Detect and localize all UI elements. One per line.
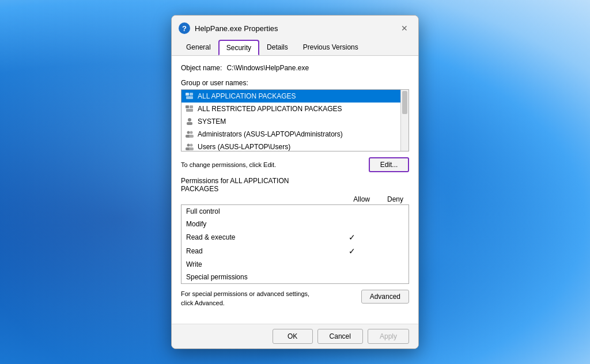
svg-point-8 [187, 131, 190, 134]
perm-name: Full control [186, 207, 335, 215]
dialog-overlay: ? HelpPane.exe Properties ✕ General Secu… [0, 0, 590, 364]
advanced-row: For special permissions or advanced sett… [181, 290, 409, 308]
svg-rect-0 [186, 93, 189, 96]
perm-row-full-control: Full control [181, 205, 409, 218]
perm-row-special: Special permissions [181, 271, 409, 283]
list-item-text: ALL RESTRICTED APPLICATION PACKAGES [198, 105, 342, 113]
list-item-text: Users (ASUS-LAPTOP\Users) [198, 143, 290, 151]
permissions-header: Permissions for ALL APPLICATION PACKAGES [181, 177, 409, 193]
list-item-text: SYSTEM [198, 117, 226, 126]
dialog-footer: OK Cancel Apply [172, 324, 418, 348]
dialog-title: HelpPane.exe Properties [195, 24, 278, 33]
tab-details[interactable]: Details [259, 40, 296, 55]
svg-point-12 [187, 144, 190, 147]
object-name-row: Object name: C:\Windows\HelpPane.exe [181, 64, 409, 72]
tab-security[interactable]: Security [218, 40, 259, 55]
perm-name: Special permissions [186, 273, 335, 281]
svg-rect-1 [186, 96, 193, 99]
deny-column-header: Deny [387, 195, 403, 203]
user-group-icon [185, 142, 194, 151]
edit-row: To change permissions, click Edit. Edit.… [181, 157, 409, 172]
user-group-icon [185, 104, 194, 113]
advanced-button[interactable]: Advanced [361, 290, 409, 304]
perm-name: Read & execute [186, 233, 335, 241]
svg-rect-7 [187, 122, 192, 125]
dialog-icon: ? [179, 22, 190, 34]
list-item[interactable]: Administrators (ASUS-LAPTOP\Administrato… [181, 128, 400, 141]
svg-point-9 [190, 131, 193, 134]
svg-point-6 [188, 118, 191, 122]
group-label: Group or user names: [181, 79, 409, 87]
properties-dialog: ? HelpPane.exe Properties ✕ General Secu… [171, 15, 419, 349]
scrollbar-thumb [402, 91, 407, 114]
perm-name: Write [186, 260, 335, 268]
svg-rect-5 [190, 105, 193, 108]
user-group-icon [185, 92, 194, 101]
list-item[interactable]: ALL APPLICATION PACKAGES [181, 90, 400, 103]
perm-allow-check: ✓ [335, 233, 369, 242]
user-list-inner: ALL APPLICATION PACKAGES ALL RESTRICTED … [181, 90, 400, 151]
list-item[interactable]: ALL RESTRICTED APPLICATION PACKAGES [181, 103, 400, 115]
perm-name: Read [186, 247, 335, 255]
title-bar-left: ? HelpPane.exe Properties [179, 22, 278, 34]
perm-row-write: Write [181, 258, 409, 271]
object-value: C:\Windows\HelpPane.exe [226, 64, 309, 72]
scrollbar-track[interactable] [400, 90, 409, 151]
dialog-body: Object name: C:\Windows\HelpPane.exe Gro… [172, 55, 418, 324]
list-item-text: ALL APPLICATION PACKAGES [198, 92, 296, 100]
perm-row-read: Read ✓ [181, 244, 409, 258]
tab-general[interactable]: General [179, 40, 218, 55]
svg-rect-3 [186, 105, 189, 108]
cancel-button[interactable]: Cancel [317, 329, 363, 344]
permissions-columns: Allow Deny [181, 195, 409, 203]
user-group-icon [185, 130, 194, 139]
title-bar: ? HelpPane.exe Properties ✕ [172, 16, 418, 35]
advanced-hint: For special permissions or advanced sett… [181, 290, 319, 308]
close-button[interactable]: ✕ [398, 21, 411, 35]
perm-row-modify: Modify [181, 218, 409, 230]
svg-rect-15 [189, 147, 194, 150]
svg-rect-11 [189, 135, 194, 138]
tab-previous-versions[interactable]: Previous Versions [296, 40, 366, 55]
svg-rect-2 [190, 93, 193, 96]
apply-button[interactable]: Apply [368, 329, 409, 344]
edit-hint: To change permissions, click Edit. [181, 161, 276, 168]
user-list[interactable]: ALL APPLICATION PACKAGES ALL RESTRICTED … [181, 89, 409, 151]
perm-row-read-execute: Read & execute ✓ [181, 230, 409, 244]
ok-button[interactable]: OK [273, 329, 313, 344]
perm-allow-check: ✓ [335, 247, 369, 256]
object-label: Object name: [181, 64, 222, 72]
svg-point-13 [190, 144, 193, 147]
tabs-bar: General Security Details Previous Versio… [172, 35, 418, 55]
allow-column-header: Allow [353, 195, 370, 203]
permissions-table: Full control Modify Read & execute ✓ Rea… [181, 204, 409, 284]
list-item-text: Administrators (ASUS-LAPTOP\Administrato… [198, 130, 343, 138]
svg-rect-4 [186, 109, 193, 112]
list-item[interactable]: SYSTEM [181, 115, 400, 128]
perm-name: Modify [186, 220, 335, 228]
user-icon [185, 117, 194, 126]
edit-button[interactable]: Edit... [369, 157, 409, 172]
list-item[interactable]: Users (ASUS-LAPTOP\Users) [181, 141, 400, 151]
